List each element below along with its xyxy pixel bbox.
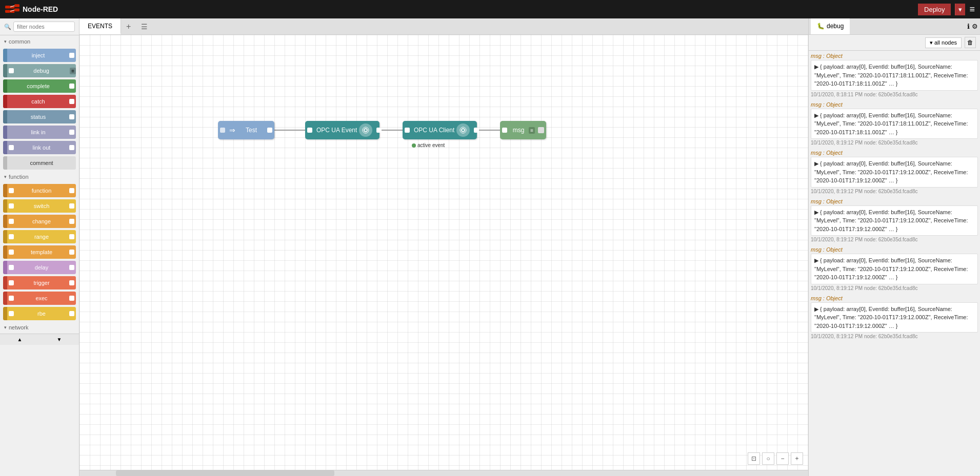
flow-node-opc-event[interactable]: OPC UA Event bbox=[305, 121, 379, 139]
search-icon: 🔍 bbox=[4, 24, 11, 30]
flow-node-opc-client[interactable]: OPC UA Client bbox=[403, 121, 477, 139]
node-linkin-label: link in bbox=[7, 129, 69, 135]
debug-entry-data[interactable]: ▶ { payload: array[0], EventId: buffer[1… bbox=[811, 254, 978, 284]
debug-entry-data[interactable]: ▶ { payload: array[0], EventId: buffer[1… bbox=[811, 157, 978, 188]
tab-events[interactable]: EVENTS bbox=[79, 18, 121, 34]
tab-bar: EVENTS + ☰ bbox=[79, 18, 808, 35]
canvas-fit-button[interactable]: ⊡ bbox=[748, 452, 760, 465]
node-linkout[interactable]: link out bbox=[3, 141, 76, 154]
deploy-dropdown-button[interactable]: ▾ bbox=[955, 4, 965, 15]
tab-menu-button[interactable]: ☰ bbox=[136, 23, 153, 31]
node-delay-right-port bbox=[69, 265, 74, 270]
node-exec[interactable]: exec bbox=[3, 292, 76, 305]
canvas-wires bbox=[79, 35, 808, 470]
active-event-text: active event bbox=[417, 142, 445, 148]
add-tab-button[interactable]: + bbox=[121, 22, 136, 31]
flow-node-opc-client-port-left bbox=[405, 128, 410, 133]
node-debug[interactable]: debug ≡ bbox=[3, 64, 76, 77]
node-comment[interactable]: comment bbox=[3, 156, 76, 170]
debug-entry-timestamp: 10/1/2020, 8:19:12 PM node: 62b0e35d.fca… bbox=[811, 189, 978, 194]
node-linkin[interactable]: link in bbox=[3, 126, 76, 139]
deploy-button[interactable]: Deploy bbox=[918, 4, 951, 15]
filter-input[interactable] bbox=[13, 22, 75, 32]
right-tab-debug[interactable]: 🐛 debug bbox=[811, 18, 850, 34]
canvas-horizontal-scrollbar[interactable] bbox=[79, 470, 808, 476]
debug-tab-label: debug bbox=[827, 23, 844, 30]
active-event-dot bbox=[412, 143, 416, 148]
node-trigger[interactable]: trigger bbox=[3, 276, 76, 289]
node-range-bar bbox=[3, 230, 7, 243]
node-linkout-label: link out bbox=[14, 144, 69, 151]
node-range-label: range bbox=[14, 234, 69, 240]
node-rbe-bar bbox=[3, 307, 7, 320]
node-delay[interactable]: delay bbox=[3, 261, 76, 274]
debug-entry: msg : Object ▶ { payload: array[0], Even… bbox=[811, 295, 978, 340]
debug-content[interactable]: msg : Object ▶ { payload: array[0], Even… bbox=[809, 51, 980, 476]
topbar-left: Node-RED bbox=[5, 4, 58, 15]
node-status-port bbox=[69, 114, 74, 119]
debug-clear-button[interactable]: 🗑 bbox=[965, 37, 976, 48]
category-common[interactable]: ▾ common bbox=[0, 35, 79, 48]
debug-entry-timestamp: 10/1/2020, 8:19:12 PM node: 62b0e35d.fca… bbox=[811, 334, 978, 339]
debug-lines-icon: ≡ bbox=[70, 68, 76, 74]
flow-node-msg[interactable]: msg ≡ bbox=[500, 121, 546, 139]
debug-entry-data[interactable]: ▶ { payload: array[0], EventId: buffer[1… bbox=[811, 302, 978, 333]
canvas-zoom-reset-button[interactable]: ○ bbox=[762, 452, 774, 465]
svg-point-9 bbox=[363, 127, 369, 133]
sidebar: 🔍 ▾ common inject debug ≡ complete catch bbox=[0, 18, 79, 476]
flow-node-test[interactable]: ⇒ Test bbox=[218, 121, 274, 139]
debug-entry: msg : Object ▶ { payload: array[0], Even… bbox=[811, 150, 978, 194]
node-debug-bar bbox=[3, 64, 7, 77]
category-common-label: common bbox=[9, 38, 30, 45]
filter-nodes-area: 🔍 bbox=[0, 18, 79, 35]
svg-rect-3 bbox=[14, 9, 19, 12]
node-rbe[interactable]: rbe bbox=[3, 307, 76, 320]
flow-node-test-port-left bbox=[220, 128, 225, 133]
node-function-left-port bbox=[9, 188, 14, 193]
node-catch[interactable]: catch bbox=[3, 95, 76, 108]
node-linkin-port bbox=[69, 130, 74, 135]
node-delay-bar bbox=[3, 261, 7, 274]
category-network[interactable]: ▾ network bbox=[0, 321, 79, 334]
chevron-down-icon: ▾ bbox=[4, 39, 7, 44]
node-exec-label: exec bbox=[14, 295, 69, 301]
category-function[interactable]: ▾ function bbox=[0, 171, 79, 183]
flow-canvas[interactable]: ⇒ Test OPC UA Event OPC UA Cli bbox=[79, 35, 808, 470]
info-button[interactable]: ℹ bbox=[967, 23, 970, 30]
sidebar-scroll-up[interactable]: ▲ bbox=[0, 334, 39, 345]
flow-node-msg-port-right bbox=[538, 127, 544, 133]
node-exec-right-port bbox=[69, 296, 74, 301]
canvas-area: EVENTS + ☰ ⇒ Test bbox=[79, 18, 808, 476]
debug-entry-data[interactable]: ▶ { payload: array[0], EventId: buffer[1… bbox=[811, 60, 978, 91]
logo-icon bbox=[5, 4, 19, 15]
node-range[interactable]: range bbox=[3, 230, 76, 243]
filter-all-nodes-button[interactable]: ▾ all nodes bbox=[925, 37, 962, 48]
sidebar-scroll-down[interactable]: ▼ bbox=[39, 334, 79, 345]
node-inject[interactable]: inject bbox=[3, 49, 76, 62]
node-change-bar bbox=[3, 215, 7, 228]
flow-node-test-port-right bbox=[267, 128, 272, 133]
canvas-zoom-out-button[interactable]: − bbox=[776, 452, 789, 465]
node-rbe-left-port bbox=[9, 311, 14, 316]
node-switch[interactable]: switch bbox=[3, 199, 76, 213]
debug-entry-data[interactable]: ▶ { payload: array[0], EventId: buffer[1… bbox=[811, 205, 978, 236]
tab-events-label: EVENTS bbox=[88, 23, 112, 30]
app-title: Node-RED bbox=[23, 5, 58, 13]
node-function[interactable]: function bbox=[3, 184, 76, 197]
node-status[interactable]: status bbox=[3, 110, 76, 123]
debug-entry-timestamp: 10/1/2020, 8:19:12 PM node: 62b0e35d.fca… bbox=[811, 140, 978, 146]
settings-button[interactable]: ⚙ bbox=[972, 23, 978, 30]
node-trigger-left-port bbox=[9, 280, 14, 285]
debug-entry-data[interactable]: ▶ { payload: array[0], EventId: buffer[1… bbox=[811, 109, 978, 139]
node-function-label: function bbox=[14, 188, 69, 194]
node-complete[interactable]: complete bbox=[3, 79, 76, 93]
node-change[interactable]: change bbox=[3, 215, 76, 228]
debug-entry-timestamp: 10/1/2020, 8:19:12 PM node: 62b0e35d.fca… bbox=[811, 237, 978, 242]
debug-entry-timestamp: 10/1/2020, 8:19:12 PM node: 62b0e35d.fca… bbox=[811, 285, 978, 291]
node-inject-label: inject bbox=[7, 52, 69, 58]
debug-entry-label: msg : Object bbox=[811, 246, 978, 253]
node-template[interactable]: template bbox=[3, 245, 76, 259]
hamburger-menu-button[interactable]: ≡ bbox=[969, 4, 975, 15]
canvas-zoom-in-button[interactable]: + bbox=[791, 452, 803, 465]
debug-tab-icon: 🐛 bbox=[817, 23, 825, 30]
